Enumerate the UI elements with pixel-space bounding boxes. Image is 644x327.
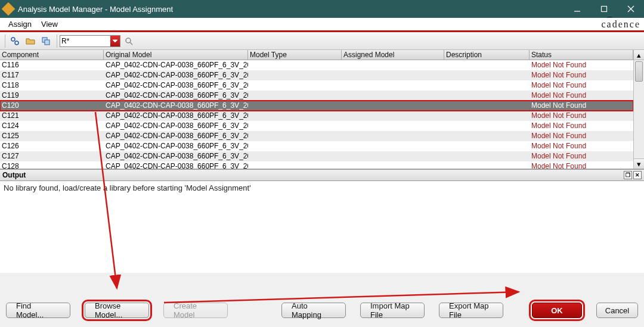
cell-original-model: CAP_0402-CDN-CAP-0038_660PF_6_3V_20%	[104, 131, 248, 141]
cell-original-model: CAP_0402-CDN-CAP-0038_660PF_6_3V_20%	[104, 70, 248, 80]
svg-rect-7	[45, 40, 49, 45]
minimize-button[interactable]	[564, 0, 590, 18]
model-table: Component Original Model Model Type Assi…	[0, 50, 644, 169]
cell-assigned-model	[342, 91, 444, 101]
cell-component: C117	[0, 70, 104, 80]
cell-original-model: CAP_0402-CDN-CAP-0038_660PF_6_3V_20%	[104, 60, 248, 70]
cell-component: C125	[0, 131, 104, 141]
table-row[interactable]: C120CAP_0402-CDN-CAP-0038_660PF_6_3V_20%…	[0, 101, 633, 111]
table-row[interactable]: C126CAP_0402-CDN-CAP-0038_660PF_6_3V_20%…	[0, 141, 633, 151]
folder-icon[interactable]	[23, 35, 38, 48]
col-component[interactable]: Component	[0, 50, 104, 60]
table-header: Component Original Model Model Type Assi…	[0, 50, 633, 60]
copy-icon[interactable]	[39, 35, 53, 48]
cell-original-model: CAP_0402-CDN-CAP-0038_660PF_6_3V_20%	[104, 80, 248, 91]
table-row[interactable]: C116CAP_0402-CDN-CAP-0038_660PF_6_3V_20%…	[0, 60, 633, 70]
cell-description	[444, 141, 530, 151]
output-panel: No library found, load/create a library …	[0, 181, 644, 273]
cell-assigned-model	[342, 141, 444, 151]
cell-assigned-model	[342, 60, 444, 70]
scroll-up-icon[interactable]: ▴	[634, 50, 644, 60]
cell-model-type	[248, 70, 342, 80]
col-original-model[interactable]: Original Model	[104, 50, 248, 60]
cell-model-type	[248, 80, 342, 91]
import-map-button[interactable]: Import Map File	[360, 303, 425, 318]
table-row[interactable]: C118CAP_0402-CDN-CAP-0038_660PF_6_3V_20%…	[0, 80, 633, 91]
auto-mapping-button[interactable]: Auto Mapping	[281, 303, 346, 318]
menu-assign[interactable]: Assign	[4, 18, 36, 30]
col-model-type[interactable]: Model Type	[248, 50, 342, 60]
cell-original-model: CAP_0402-CDN-CAP-0038_660PF_6_3V_20%	[104, 151, 248, 161]
output-title: Output	[2, 171, 26, 179]
cell-status: Model Not Found	[530, 70, 633, 80]
cell-assigned-model	[342, 131, 444, 141]
ok-button[interactable]: OK	[532, 303, 582, 318]
cell-description	[444, 161, 530, 169]
cell-description	[444, 70, 530, 80]
cell-status: Model Not Found	[530, 91, 633, 101]
cell-description	[444, 60, 530, 70]
output-panel-header: Output ❐ ✕	[0, 169, 644, 181]
maximize-button[interactable]	[590, 0, 617, 18]
search-combo[interactable]	[60, 35, 120, 47]
cell-component: C118	[0, 80, 104, 91]
cell-component: C116	[0, 60, 104, 70]
table-row[interactable]: C119CAP_0402-CDN-CAP-0038_660PF_6_3V_20%…	[0, 91, 633, 101]
col-assigned-model[interactable]: Assigned Model	[342, 50, 444, 60]
find-icon[interactable]	[8, 35, 22, 48]
output-close-icon[interactable]: ✕	[633, 171, 642, 179]
cell-model-type	[248, 141, 342, 151]
app-icon	[2, 2, 16, 16]
cell-original-model: CAP_0402-CDN-CAP-0038_660PF_6_3V_20%	[104, 111, 248, 121]
create-model-button: Create Model	[163, 303, 228, 318]
browse-model-button[interactable]: Browse Model...	[85, 303, 149, 318]
table-row[interactable]: C127CAP_0402-CDN-CAP-0038_660PF_6_3V_20%…	[0, 151, 633, 161]
cancel-button[interactable]: Cancel	[596, 303, 638, 318]
menu-view[interactable]: View	[36, 18, 63, 30]
cell-status: Model Not Found	[530, 151, 633, 161]
cell-model-type	[248, 91, 342, 101]
cell-model-type	[248, 161, 342, 169]
table-row[interactable]: C117CAP_0402-CDN-CAP-0038_660PF_6_3V_20%…	[0, 70, 633, 80]
output-undock-icon[interactable]: ❐	[624, 171, 632, 179]
window-title: Analysis Model Manager - Model Assignmen…	[18, 5, 564, 14]
cell-description	[444, 151, 530, 161]
cell-assigned-model	[342, 111, 444, 121]
cell-original-model: CAP_0402-CDN-CAP-0038_660PF_6_3V_20%	[104, 101, 248, 111]
cell-component: C127	[0, 151, 104, 161]
table-row[interactable]: C125CAP_0402-CDN-CAP-0038_660PF_6_3V_20%…	[0, 131, 633, 141]
svg-line-9	[130, 42, 132, 45]
magnifier-icon[interactable]	[122, 35, 136, 48]
cell-original-model: CAP_0402-CDN-CAP-0038_660PF_6_3V_20%	[104, 91, 248, 101]
table-row[interactable]: C128CAP_0402-CDN-CAP-0038_660PF_6_3V_20%…	[0, 161, 633, 169]
output-message: No library found, load/create a library …	[4, 183, 251, 192]
cell-status: Model Not Found	[530, 131, 633, 141]
col-description[interactable]: Description	[444, 50, 530, 60]
cell-assigned-model	[342, 121, 444, 131]
cell-description	[444, 111, 530, 121]
scroll-down-icon[interactable]: ▾	[634, 158, 644, 169]
toolbar	[0, 32, 644, 50]
col-status[interactable]: Status	[530, 50, 633, 60]
table-row[interactable]: C121CAP_0402-CDN-CAP-0038_660PF_6_3V_20%…	[0, 111, 633, 121]
table-scrollbar[interactable]: ▴ ▾	[633, 50, 644, 169]
find-model-button[interactable]: Find Model...	[6, 303, 70, 318]
cell-status: Model Not Found	[530, 60, 633, 70]
scroll-thumb[interactable]	[635, 61, 643, 82]
menu-bar: Assign View cadence	[0, 18, 644, 32]
search-dropdown-icon[interactable]	[110, 36, 120, 46]
cell-description	[444, 80, 530, 91]
cell-description	[444, 91, 530, 101]
search-input[interactable]	[60, 36, 110, 46]
svg-point-8	[126, 38, 131, 43]
cell-status: Model Not Found	[530, 101, 633, 111]
cell-component: C119	[0, 91, 104, 101]
close-button[interactable]	[617, 0, 644, 18]
cell-assigned-model	[342, 101, 444, 111]
cell-component: C121	[0, 111, 104, 121]
cell-status: Model Not Found	[530, 121, 633, 131]
cell-status: Model Not Found	[530, 141, 633, 151]
table-row[interactable]: C124CAP_0402-CDN-CAP-0038_660PF_6_3V_20%…	[0, 121, 633, 131]
cell-component: C126	[0, 141, 104, 151]
export-map-button[interactable]: Export Map File	[439, 303, 503, 318]
